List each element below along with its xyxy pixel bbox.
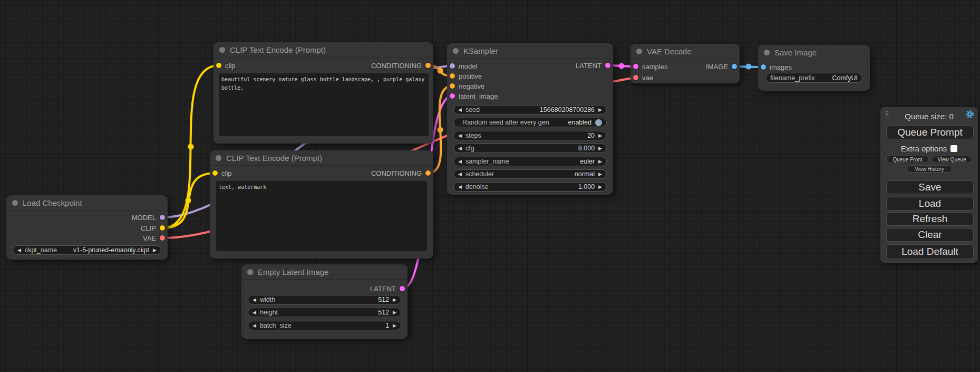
extra-options-row: Extra options [880, 144, 978, 153]
node-ksampler[interactable]: KSampler model positive negative latent_… [447, 43, 613, 195]
output-port-latent[interactable] [400, 286, 405, 291]
increment-arrow-icon[interactable]: ▶ [598, 172, 602, 177]
input-port-negative[interactable] [450, 83, 455, 89]
node-clip-text-encode-positive[interactable]: CLIP Text Encode (Prompt) clip CONDITION… [214, 42, 433, 144]
input-port-images[interactable] [761, 64, 766, 70]
extra-options-checkbox[interactable] [950, 145, 957, 152]
slot-label: CLIP [141, 224, 156, 232]
input-slot-clip: clip [216, 61, 236, 70]
widget-steps[interactable]: ◀ steps 20 ▶ [453, 131, 607, 140]
view-queue-button[interactable]: View Queue [932, 156, 972, 163]
widget-label: sampler_name [465, 158, 509, 165]
widget-filename-prefix[interactable]: filename_prefix ComfyUI [765, 73, 862, 83]
decrement-arrow-icon[interactable]: ◀ [253, 323, 256, 328]
node-titlebar[interactable]: Empty Latent Image [241, 264, 407, 280]
collapse-dot-icon[interactable] [764, 50, 770, 55]
increment-arrow-icon[interactable]: ▶ [598, 133, 602, 138]
input-port-latent-image[interactable] [450, 93, 455, 99]
widget-value: v1-5-pruned-emaonly.ckpt [73, 246, 149, 254]
save-button[interactable]: Save [886, 180, 974, 194]
increment-arrow-icon[interactable]: ▶ [393, 298, 396, 302]
output-port-clip[interactable] [160, 225, 165, 231]
output-port-model[interactable] [160, 215, 165, 220]
increment-arrow-icon[interactable]: ▶ [393, 323, 396, 328]
node-title: VAE Decode [647, 47, 692, 56]
widget-width[interactable]: ◀ width 512 ▶ [248, 295, 401, 304]
node-empty-latent-image[interactable]: Empty Latent Image LATENT ◀ width 512 ▶ … [241, 264, 407, 339]
input-port-clip[interactable] [216, 63, 221, 68]
prompt-textarea[interactable]: text, watermark [216, 181, 427, 251]
output-slot-image: IMAGE [706, 62, 737, 71]
widget-height[interactable]: ◀ height 512 ▶ [248, 308, 401, 317]
collapse-dot-icon[interactable] [216, 155, 221, 161]
widget-sampler-name[interactable]: ◀ sampler_name euler ▶ [453, 157, 607, 166]
prompt-textarea[interactable]: beautiful scenery nature glass bottle la… [219, 73, 429, 136]
widget-denoise[interactable]: ◀ denoise 1.000 ▶ [453, 182, 607, 192]
collapse-dot-icon[interactable] [636, 49, 642, 54]
input-port-vae[interactable] [633, 75, 638, 80]
collapse-dot-icon[interactable] [12, 200, 18, 206]
widget-seed[interactable]: ◀ seed 156680208700286 ▶ [453, 105, 607, 115]
decrement-arrow-icon[interactable]: ◀ [253, 298, 256, 302]
input-port-clip[interactable] [212, 170, 218, 176]
output-port-vae[interactable] [160, 235, 165, 241]
output-slot-latent: LATENT [576, 61, 610, 70]
load-button[interactable]: Load [886, 197, 974, 211]
node-graph-canvas[interactable]: Load Checkpoint MODEL CLIP VAE ◀ ckpt_na… [0, 0, 980, 372]
view-history-button[interactable]: View History [907, 165, 952, 173]
decrement-arrow-icon[interactable]: ◀ [253, 310, 256, 315]
input-port-model[interactable] [450, 63, 455, 69]
node-titlebar[interactable]: CLIP Text Encode (Prompt) [210, 150, 433, 166]
queue-prompt-button[interactable]: Queue Prompt [886, 126, 974, 139]
decrement-arrow-icon[interactable]: ◀ [458, 172, 462, 177]
collapse-dot-icon[interactable] [219, 47, 225, 53]
widget-value: ComfyUI [832, 74, 858, 82]
decrement-arrow-icon[interactable]: ◀ [458, 133, 462, 138]
refresh-button[interactable]: Refresh [886, 212, 974, 226]
decrement-arrow-icon[interactable]: ◀ [458, 159, 462, 164]
slot-label: clip [225, 62, 236, 70]
settings-gear-icon[interactable] [965, 110, 974, 121]
widget-batch-size[interactable]: ◀ batch_size 1 ▶ [248, 321, 401, 330]
node-clip-text-encode-negative[interactable]: CLIP Text Encode (Prompt) clip CONDITION… [210, 150, 433, 259]
widget-random-seed-toggle[interactable]: Random seed after every gen enabled [453, 118, 607, 127]
increment-arrow-icon[interactable]: ▶ [598, 159, 602, 164]
increment-arrow-icon[interactable]: ▶ [393, 310, 396, 315]
node-vae-decode[interactable]: VAE Decode samples vae IMAGE [630, 44, 740, 83]
load-default-button[interactable]: Load Default [886, 244, 974, 259]
input-port-samples[interactable] [633, 64, 638, 69]
queue-front-button[interactable]: Queue Front [886, 156, 929, 163]
output-port-latent[interactable] [605, 63, 610, 68]
decrement-arrow-icon[interactable]: ◀ [17, 248, 21, 253]
toggle-enabled-icon[interactable] [595, 119, 602, 126]
node-title: KSampler [463, 46, 498, 55]
increment-arrow-icon[interactable]: ▶ [153, 248, 157, 253]
node-save-image[interactable]: Save Image images filename_prefix ComfyU… [758, 45, 870, 91]
output-port-conditioning[interactable] [425, 63, 431, 68]
collapse-dot-icon[interactable] [247, 269, 253, 275]
clear-button[interactable]: Clear [886, 228, 974, 242]
node-titlebar[interactable]: Load Checkpoint [6, 195, 168, 211]
output-port-image[interactable] [732, 64, 737, 69]
decrement-arrow-icon[interactable]: ◀ [458, 146, 462, 151]
node-titlebar[interactable]: KSampler [447, 43, 613, 59]
node-titlebar[interactable]: CLIP Text Encode (Prompt) [214, 42, 433, 58]
node-titlebar[interactable]: Save Image [758, 45, 870, 60]
output-slot-vae: VAE [143, 233, 165, 243]
slot-label: images [770, 63, 792, 71]
widget-ckpt-name[interactable]: ◀ ckpt_name v1-5-pruned-emaonly.ckpt ▶ [13, 245, 161, 255]
output-port-conditioning[interactable] [425, 170, 431, 176]
decrement-arrow-icon[interactable]: ◀ [458, 108, 462, 112]
decrement-arrow-icon[interactable]: ◀ [458, 185, 462, 189]
widget-cfg[interactable]: ◀ cfg 8.000 ▶ [453, 144, 607, 153]
slot-label: IMAGE [706, 63, 728, 71]
increment-arrow-icon[interactable]: ▶ [598, 185, 602, 189]
node-load-checkpoint[interactable]: Load Checkpoint MODEL CLIP VAE ◀ ckpt_na… [6, 195, 168, 260]
widget-scheduler[interactable]: ◀ scheduler normal ▶ [453, 169, 607, 179]
input-port-positive[interactable] [450, 73, 455, 79]
increment-arrow-icon[interactable]: ▶ [598, 108, 602, 112]
slot-label: negative [459, 82, 484, 90]
collapse-dot-icon[interactable] [453, 48, 459, 54]
increment-arrow-icon[interactable]: ▶ [598, 146, 602, 151]
node-titlebar[interactable]: VAE Decode [630, 44, 740, 59]
